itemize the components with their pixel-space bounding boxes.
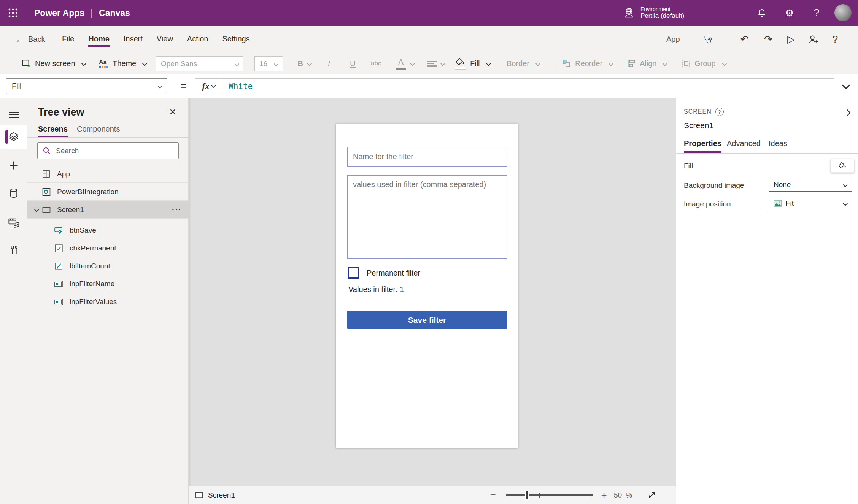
save-filter-button[interactable]: Save filter bbox=[347, 311, 507, 329]
avatar[interactable] bbox=[834, 4, 852, 21]
menu-item-insert[interactable]: Insert bbox=[124, 32, 143, 47]
chevron-down-icon bbox=[157, 84, 162, 89]
underline-button[interactable]: U bbox=[350, 53, 356, 74]
fx-button[interactable]: fx bbox=[195, 79, 222, 94]
chevron-down-icon bbox=[410, 61, 415, 66]
bold-button[interactable]: B bbox=[297, 53, 311, 74]
ellipsis-icon[interactable]: ··· bbox=[172, 205, 182, 214]
format-toolbar: New screen Aa Theme Open Sans 16 B I U a… bbox=[0, 53, 858, 74]
filter-name-input[interactable] bbox=[347, 147, 507, 167]
underline-icon: U bbox=[350, 59, 356, 68]
share-button[interactable] bbox=[804, 26, 822, 53]
align-button[interactable]: Align bbox=[627, 53, 667, 74]
statusbar-screen[interactable]: Screen1 bbox=[195, 486, 235, 504]
tree-item-screen1[interactable]: Screen1 ··· bbox=[27, 201, 189, 219]
tab-ideas[interactable]: Ideas bbox=[769, 139, 787, 151]
rail-insert-button[interactable] bbox=[0, 153, 27, 178]
back-button[interactable]: ← Back bbox=[15, 26, 45, 53]
strikethrough-icon: abc bbox=[371, 60, 381, 67]
settings-button[interactable]: ⚙ bbox=[779, 0, 800, 26]
help-circle-icon[interactable]: ? bbox=[715, 108, 724, 116]
menubar-help-button[interactable]: ? bbox=[826, 26, 844, 53]
tab-screens[interactable]: Screens bbox=[38, 125, 68, 138]
rail-advanced-tools-button[interactable] bbox=[0, 238, 27, 262]
menu-item-action[interactable]: Action bbox=[187, 32, 208, 47]
menu-item-file[interactable]: File bbox=[62, 32, 74, 47]
app-scope-label[interactable]: App bbox=[666, 26, 680, 53]
help-button[interactable]: ? bbox=[806, 0, 827, 26]
font-family-value: Open Sans bbox=[161, 60, 197, 68]
theme-button[interactable]: Aa Theme bbox=[98, 53, 146, 74]
strikethrough-button[interactable]: abc bbox=[371, 53, 381, 74]
align-icon bbox=[627, 59, 636, 68]
zoom-slider-track[interactable] bbox=[506, 494, 593, 496]
font-size-value: 16 bbox=[259, 60, 267, 68]
group-button[interactable]: Group bbox=[682, 53, 726, 74]
undo-button[interactable]: ↶ bbox=[736, 26, 754, 53]
waffle-icon[interactable] bbox=[0, 0, 26, 26]
background-image-label: Background image bbox=[684, 181, 744, 190]
border-button[interactable]: Border bbox=[503, 53, 540, 74]
menu-item-home[interactable]: Home bbox=[88, 32, 110, 47]
chevron-down-icon bbox=[722, 61, 727, 66]
tab-advanced[interactable]: Advanced bbox=[727, 139, 761, 151]
app-screen[interactable]: Permanent filter Values in filter: 1 Sav… bbox=[336, 124, 518, 448]
background-image-select[interactable]: None bbox=[769, 178, 852, 192]
background-image-value: None bbox=[774, 181, 791, 189]
menu-item-view[interactable]: View bbox=[157, 32, 173, 47]
font-size-select[interactable]: 16 bbox=[254, 56, 283, 71]
reorder-button[interactable]: Reorder bbox=[562, 53, 613, 74]
fill-color-button[interactable] bbox=[831, 159, 854, 173]
environment-picker[interactable]: Environment Pertila (default) bbox=[623, 0, 684, 26]
svg-text:Aa: Aa bbox=[99, 59, 107, 65]
filter-values-textarea[interactable] bbox=[347, 175, 507, 259]
collapse-rail-button[interactable] bbox=[0, 103, 27, 127]
close-icon[interactable]: × bbox=[164, 103, 181, 120]
zoom-slider-handle[interactable] bbox=[525, 490, 529, 500]
search-input[interactable] bbox=[56, 147, 174, 155]
menu-item-settings[interactable]: Settings bbox=[222, 32, 249, 47]
font-color-button[interactable]: A bbox=[396, 53, 414, 74]
tree-item-btnsave[interactable]: btnSave bbox=[27, 222, 189, 239]
app-header: Power Apps | Canvas Environment Pertila … bbox=[0, 0, 858, 26]
property-select[interactable]: Fill bbox=[6, 78, 167, 94]
powerbi-icon bbox=[42, 187, 51, 197]
left-rail bbox=[0, 98, 27, 504]
formula-input[interactable]: White bbox=[222, 79, 834, 94]
chevron-down-icon bbox=[843, 182, 848, 187]
fit-to-window-button[interactable] bbox=[644, 486, 660, 504]
rail-media-button[interactable] bbox=[0, 211, 27, 235]
tree-item-powerbiintegration[interactable]: PowerBIIntegration bbox=[27, 183, 189, 201]
reorder-label: Reorder bbox=[575, 59, 602, 68]
tree-item-lblitemcount[interactable]: lblItemCount bbox=[27, 257, 189, 275]
tree-item-inpfiltername[interactable]: inpFilterName bbox=[27, 275, 189, 293]
tab-properties[interactable]: Properties bbox=[684, 139, 721, 153]
zoom-in-button[interactable]: + bbox=[596, 486, 612, 504]
formula-bar-expand-button[interactable] bbox=[839, 81, 853, 92]
redo-button[interactable]: ↷ bbox=[759, 26, 777, 53]
canvas-area[interactable]: Permanent filter Values in filter: 1 Sav… bbox=[189, 98, 676, 504]
tree-item-app[interactable]: App bbox=[27, 165, 189, 183]
collapse-panel-button[interactable] bbox=[842, 110, 850, 118]
minus-icon: − bbox=[490, 489, 496, 501]
permanent-filter-checkbox[interactable] bbox=[348, 267, 359, 279]
reorder-icon bbox=[562, 59, 571, 68]
text-align-button[interactable] bbox=[427, 53, 445, 74]
app-checker-button[interactable] bbox=[698, 26, 717, 53]
rail-tree-view-button[interactable] bbox=[0, 125, 27, 149]
tab-components[interactable]: Components bbox=[77, 125, 120, 136]
italic-button[interactable]: I bbox=[328, 53, 330, 74]
tree-view-panel: Tree view × Screens Components App Power… bbox=[27, 98, 189, 504]
tree-item-inpfiltervalues[interactable]: inpFilterValues bbox=[27, 293, 189, 311]
notifications-button[interactable] bbox=[751, 0, 772, 26]
preview-button[interactable]: ▷ bbox=[782, 26, 800, 53]
image-position-select[interactable]: Fit bbox=[769, 197, 852, 210]
tree-item-label: chkPermanent bbox=[70, 244, 116, 252]
rail-data-button[interactable] bbox=[0, 181, 27, 205]
zoom-out-button[interactable]: − bbox=[485, 486, 500, 504]
new-screen-button[interactable]: New screen bbox=[21, 53, 86, 74]
chevron-down-icon bbox=[142, 61, 147, 66]
fill-button[interactable]: Fill bbox=[455, 53, 490, 74]
font-family-select[interactable]: Open Sans bbox=[156, 56, 243, 71]
tree-item-chkpermanent[interactable]: chkPermanent bbox=[27, 239, 189, 257]
